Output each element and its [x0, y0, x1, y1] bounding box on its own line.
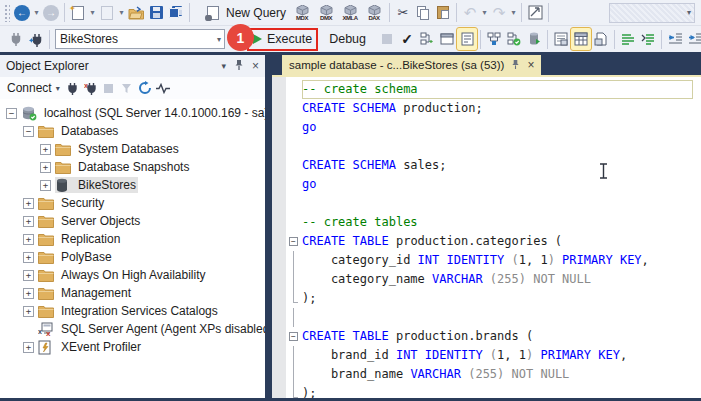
include-client-statistics-icon[interactable] [524, 28, 544, 50]
activity-monitor-icon[interactable] [525, 2, 545, 24]
connect-button[interactable]: Connect ▾ [4, 81, 63, 95]
new-query-shortcut-icon[interactable]: ✦ [68, 2, 88, 24]
fold-gutter [286, 270, 302, 289]
breakpoint-margin[interactable] [272, 77, 286, 398]
expand-icon[interactable]: + [23, 342, 34, 353]
new-query-dropdown-icon[interactable]: ▾ [88, 8, 97, 17]
undo-dropdown-icon[interactable]: ▾ [480, 8, 489, 17]
expand-icon[interactable]: + [23, 288, 34, 299]
panel-splitter[interactable] [265, 55, 272, 401]
folder-icon [38, 232, 55, 247]
tree-item-always-on-high-availability[interactable]: +Always On High Availability [0, 266, 265, 284]
dax-query-button[interactable]: DAX [362, 1, 386, 25]
expand-icon[interactable]: + [40, 162, 51, 173]
intellisense-enabled-icon[interactable] [457, 28, 477, 50]
folder-icon [38, 286, 55, 301]
mdx-query-button[interactable]: MDX [290, 1, 314, 25]
undo-icon[interactable]: ↶ [460, 2, 480, 24]
new-query-button[interactable]: New Query [201, 2, 290, 24]
tree-item-polybase[interactable]: +PolyBase [0, 248, 265, 266]
expand-icon[interactable]: + [23, 306, 34, 317]
disconnect-object-icon[interactable]: x [83, 77, 99, 99]
code-text: CREATE SCHEMA sales; [302, 156, 701, 175]
include-actual-plan-icon[interactable] [484, 28, 504, 50]
expand-icon[interactable]: + [23, 252, 34, 263]
increase-indent-icon[interactable] [685, 28, 701, 50]
cut-icon[interactable]: ✂ [393, 2, 413, 24]
tab-close-icon[interactable]: × [527, 58, 534, 72]
debug-button[interactable]: Debug [324, 32, 371, 46]
uncomment-lines-icon[interactable] [638, 28, 658, 50]
tree-item-bikestores[interactable]: +BikeStores [0, 176, 265, 194]
code-text: brand_id INT IDENTITY (1, 1) PRIMARY KEY… [302, 346, 701, 365]
paste-icon[interactable] [433, 2, 453, 24]
tree-item-localhost-sql-server-14-0-1000-169-sa[interactable]: −localhost (SQL Server 14.0.1000.169 - s… [0, 104, 265, 122]
redo-icon[interactable]: ↷ [489, 2, 509, 24]
include-live-statistics-icon[interactable] [504, 28, 524, 50]
fold-toggle-icon[interactable]: − [286, 232, 302, 251]
code-line: brand_id INT IDENTITY (1, 1) PRIMARY KEY… [286, 346, 701, 365]
fold-toggle-icon[interactable]: − [286, 327, 302, 346]
results-to-grid-icon[interactable] [571, 28, 591, 50]
change-connection-icon[interactable] [26, 28, 46, 50]
tree-item-xevent-profiler[interactable]: +XEvent Profiler [0, 338, 265, 356]
cancel-query-icon [377, 28, 397, 50]
parse-icon[interactable]: ✓ [397, 28, 417, 50]
expand-icon[interactable]: + [23, 216, 34, 227]
code-editor[interactable]: -- create schemaCREATE SCHEMA production… [272, 77, 701, 398]
separator [547, 30, 548, 49]
document-tab[interactable]: sample database - c...BikeStores (sa (53… [282, 55, 541, 75]
navigate-back-dropdown-icon[interactable]: ▾ [32, 8, 41, 17]
execute-label: Execute [267, 32, 312, 46]
expand-icon[interactable]: + [40, 180, 51, 191]
open-file-icon[interactable] [126, 2, 146, 24]
copy-icon[interactable] [413, 2, 433, 24]
collapse-icon[interactable]: − [23, 126, 34, 137]
chevron-down-icon: ▾ [217, 35, 221, 44]
refresh-icon[interactable] [137, 77, 153, 99]
expand-icon[interactable]: + [40, 144, 51, 155]
tree-item-system-databases[interactable]: +System Databases [0, 140, 265, 158]
new-item-dropdown-icon[interactable]: ▾ [117, 8, 126, 17]
dmx-query-button[interactable]: DMX [314, 1, 338, 25]
tree-item-integration-services-catalogs[interactable]: +Integration Services Catalogs [0, 302, 265, 320]
connect-icon[interactable] [6, 28, 26, 50]
tree-item-management[interactable]: +Management [0, 284, 265, 302]
expand-icon[interactable]: + [23, 234, 34, 245]
close-icon[interactable]: × [252, 59, 259, 73]
tree-item-sql-server-agent-agent-xps-disabled[interactable]: xxSQL Server Agent (Agent XPs disabled) [0, 320, 265, 338]
save-icon[interactable] [146, 2, 166, 24]
window-position-icon[interactable]: ▾ [221, 61, 226, 71]
results-to-text-icon[interactable] [551, 28, 571, 50]
expand-icon[interactable]: + [23, 270, 34, 281]
save-all-icon[interactable] [166, 2, 186, 24]
tree-item-replication[interactable]: +Replication [0, 230, 265, 248]
tree-item-server-objects[interactable]: +Server Objects [0, 212, 265, 230]
tree-item-security[interactable]: +Security [0, 194, 265, 212]
navigate-forward-icon[interactable]: → [41, 2, 61, 24]
separator [480, 30, 481, 49]
tree-item-database-snapshots[interactable]: +Database Snapshots [0, 158, 265, 176]
redo-dropdown-icon[interactable]: ▾ [509, 8, 518, 17]
activity-pulse-icon[interactable] [155, 77, 171, 99]
code-line: −CREATE TABLE production.categories ( [286, 232, 701, 251]
tab-pin-icon[interactable] [511, 59, 520, 72]
pin-icon[interactable] [234, 59, 244, 73]
display-estimated-plan-icon[interactable] [417, 28, 437, 50]
object-explorer-header: Object Explorer ▾ × [0, 55, 265, 77]
connect-object-icon[interactable] [65, 77, 81, 99]
execute-button[interactable]: Execute [253, 32, 312, 46]
comment-lines-icon[interactable] [618, 28, 638, 50]
collapse-icon[interactable]: − [6, 108, 17, 119]
decrease-indent-icon[interactable] [665, 28, 685, 50]
available-databases-combobox[interactable]: BikeStores ▾ [55, 29, 225, 49]
query-options-icon[interactable] [437, 28, 457, 50]
code-line: go [286, 175, 701, 194]
navigate-back-icon[interactable]: ← [12, 2, 32, 24]
expand-icon[interactable]: + [23, 198, 34, 209]
results-to-file-icon[interactable] [591, 28, 611, 50]
xmla-query-button[interactable]: XMLA [338, 1, 362, 25]
tree-item-databases[interactable]: −Databases [0, 122, 265, 140]
new-item-icon[interactable] [97, 2, 117, 24]
toolbar-grip[interactable] [4, 4, 10, 22]
